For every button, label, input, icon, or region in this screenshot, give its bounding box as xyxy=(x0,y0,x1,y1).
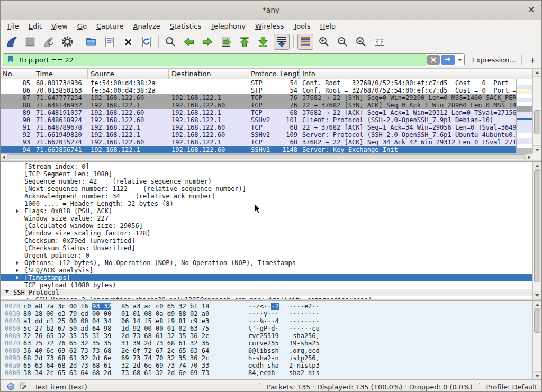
menu-statistics[interactable]: Statistics xyxy=(165,21,206,32)
collapsed-triangle-icon[interactable] xyxy=(16,276,19,280)
menu-edit[interactable]: Edit xyxy=(24,21,47,32)
detail-line[interactable]: [SEQ/ACK analysis] xyxy=(1,267,532,274)
expression-button[interactable]: Expression... xyxy=(472,56,516,64)
go-bottom-button[interactable] xyxy=(255,34,271,50)
scroll-up-arrow-icon[interactable] xyxy=(533,69,541,77)
column-header-time[interactable]: Time xyxy=(33,69,88,79)
menu-go[interactable]: Go xyxy=(73,21,92,32)
packet-list-vscrollbar[interactable] xyxy=(532,69,541,153)
open-file-button[interactable] xyxy=(83,34,99,50)
packet-row[interactable]: 9471.663856741192.168.122.1192.168.122.6… xyxy=(1,146,516,153)
expanded-triangle-icon[interactable] xyxy=(5,290,9,293)
detail-line[interactable]: Flags: 0x018 (PSH, ACK) xyxy=(1,207,532,215)
packet-row[interactable]: 8771.647777234192.168.122.60192.168.122.… xyxy=(1,94,516,102)
scroll-up-arrow-icon[interactable] xyxy=(533,301,541,309)
packet-row[interactable]: 8670.013850163fe:54:00:d4:38:2aSTP54Conf… xyxy=(1,87,516,94)
hex-row[interactable]: 00a065 63 64 68 2d 73 68 6132 2d 6e 69 7… xyxy=(1,362,532,369)
column-header-no[interactable]: No. xyxy=(1,69,33,79)
packet-list-minimap[interactable] xyxy=(516,79,532,153)
collapsed-triangle-icon[interactable] xyxy=(27,298,30,299)
expert-info-button[interactable] xyxy=(5,381,16,392)
detail-line[interactable]: [TCP Segment Len: 1080] xyxy=(1,170,532,178)
detail-line[interactable]: Urgent pointer: 0 xyxy=(1,252,532,259)
detail-line[interactable]: Sequence number: 42 (relative sequence n… xyxy=(1,178,532,185)
packet-list-hscroll-thumb[interactable] xyxy=(8,154,525,159)
packet-row[interactable]: 9371.662015274192.168.122.60192.168.122.… xyxy=(1,139,516,146)
menu-tools[interactable]: Tools xyxy=(288,21,315,32)
bytes-vscrollbar[interactable] xyxy=(532,301,541,379)
packet-list-hscrollbar[interactable] xyxy=(1,153,532,160)
hex-row[interactable]: 008036 40 6c 69 62 73 73 682e 6f 72 67 2… xyxy=(1,347,532,354)
detail-line[interactable]: Window size value: 227 xyxy=(1,215,532,222)
add-filter-button[interactable]: + xyxy=(527,55,538,65)
packet-row[interactable]: 8871.648146932192.168.122.1192.168.122.6… xyxy=(1,102,516,109)
column-header-info[interactable]: Info xyxy=(300,69,532,79)
detail-line[interactable]: SSH Version 2 (encryption:chacha20-poly1… xyxy=(1,296,532,299)
filter-bookmark-button[interactable] xyxy=(3,54,17,66)
detail-line[interactable]: SSH Protocol xyxy=(1,289,532,296)
scroll-right-arrow-icon[interactable] xyxy=(525,154,532,160)
go-to-packet-button[interactable] xyxy=(218,34,234,50)
detail-line[interactable]: TCP payload (1080 bytes) xyxy=(1,281,532,289)
collapsed-triangle-icon[interactable] xyxy=(16,261,19,265)
colorize-button[interactable] xyxy=(297,34,313,50)
restart-capture-button[interactable] xyxy=(41,34,57,50)
detail-line[interactable]: [Stream index: 0] xyxy=(1,163,532,170)
scroll-up-arrow-icon[interactable] xyxy=(533,162,541,170)
start-capture-button[interactable] xyxy=(4,34,20,50)
stop-capture-button[interactable] xyxy=(22,34,38,50)
menu-help[interactable]: Help xyxy=(315,21,340,32)
column-header-protocol[interactable]: Protocol xyxy=(248,69,277,79)
save-file-button[interactable] xyxy=(102,34,118,50)
menu-telephony[interactable]: Telephony xyxy=(206,21,250,32)
detail-line[interactable]: [Checksum Status: Unverified] xyxy=(1,244,532,252)
column-header-destination[interactable]: Destination xyxy=(169,69,248,79)
close-file-button[interactable] xyxy=(120,34,136,50)
menu-file[interactable]: File xyxy=(3,21,24,32)
detail-line[interactable]: Acknowledgment number: 34 (relative ack … xyxy=(1,193,532,200)
reload-file-button[interactable] xyxy=(139,34,155,50)
packet-list-vscroll-thumb[interactable] xyxy=(534,110,540,134)
detail-line[interactable]: [Timestamps] xyxy=(1,274,532,281)
resize-columns-button[interactable] xyxy=(372,34,387,50)
bytes-vscroll-thumb[interactable] xyxy=(534,309,540,333)
go-forward-button[interactable] xyxy=(200,34,215,50)
details-vscroll-thumb[interactable] xyxy=(534,170,540,282)
scroll-down-arrow-icon[interactable] xyxy=(533,145,541,153)
menu-view[interactable]: View xyxy=(47,21,73,32)
scroll-down-arrow-icon[interactable] xyxy=(533,371,541,379)
packet-row[interactable]: 8568.001734936fe:54:00:d4:38:2aSTP54Conf… xyxy=(1,79,516,87)
zoom-original-button[interactable] xyxy=(353,34,369,50)
auto-scroll-button[interactable] xyxy=(274,34,290,50)
menu-analyze[interactable]: Analyze xyxy=(129,21,165,32)
detail-line[interactable]: [Window size scaling factor: 128] xyxy=(1,230,532,237)
details-vscrollbar[interactable] xyxy=(532,162,541,299)
hex-row[interactable]: 00b038 34 2c 65 63 64 68 2d73 68 61 32 2… xyxy=(1,369,532,377)
zoom-out-button[interactable] xyxy=(335,34,350,50)
go-top-button[interactable] xyxy=(237,34,252,50)
capture-comment-button[interactable] xyxy=(17,381,29,392)
hex-row[interactable]: 003080 18 00 e3 79 ed 00 0001 01 08 0a d… xyxy=(1,310,532,317)
menu-capture[interactable]: Capture xyxy=(92,21,129,32)
collapsed-triangle-icon[interactable] xyxy=(16,268,19,272)
detail-line[interactable]: 1000 .... = Header Length: 32 bytes (8) xyxy=(1,200,532,207)
filter-clear-button[interactable] xyxy=(427,55,440,65)
column-header-source[interactable]: Source xyxy=(88,69,169,79)
packet-row[interactable]: 8971.648191037192.168.122.60192.168.122.… xyxy=(1,109,516,116)
hex-row[interactable]: 00505c 27 b2 67 50 ad 64 981d 92 00 00 0… xyxy=(1,325,532,332)
filter-history-dropdown[interactable] xyxy=(456,54,464,66)
detail-line[interactable]: [Calculated window size: 29056] xyxy=(1,222,532,230)
find-packet-button[interactable] xyxy=(162,34,178,50)
go-back-button[interactable] xyxy=(181,34,197,50)
filter-apply-button[interactable] xyxy=(441,55,455,65)
detail-line[interactable]: [Next sequence number: 1122 (relative se… xyxy=(1,185,532,193)
capture-options-button[interactable] xyxy=(59,34,75,50)
packet-row[interactable]: 9271.661949820192.168.122.1192.168.122.6… xyxy=(1,131,516,139)
hex-row[interactable]: 0020c0 a8 7a 3c 00 16 93 3285 a3 ac c0 6… xyxy=(1,303,532,310)
hex-row[interactable]: 0040a1 dd c1 25 00 00 04 3406 14 f5 e8 f… xyxy=(1,317,532,325)
packet-row[interactable]: 9071.648618924192.168.122.60192.168.122.… xyxy=(1,116,516,124)
scroll-left-arrow-icon[interactable] xyxy=(1,154,8,160)
menu-wireless[interactable]: Wireless xyxy=(250,21,288,32)
zoom-in-button[interactable] xyxy=(316,34,332,50)
profile-status[interactable]: Profile: Default xyxy=(486,383,541,391)
